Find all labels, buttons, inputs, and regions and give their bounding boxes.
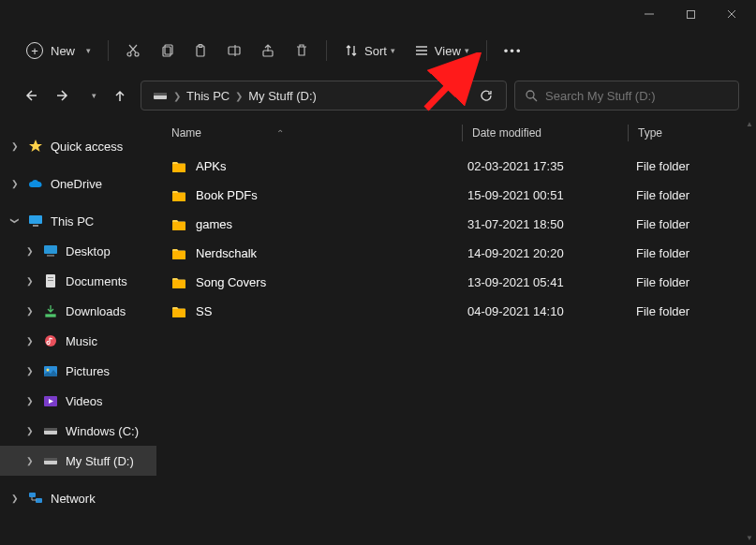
drive-icon bbox=[43, 423, 58, 438]
chevron-right-icon: ❯ bbox=[24, 366, 36, 376]
folder-icon bbox=[171, 189, 186, 202]
rename-button[interactable] bbox=[217, 34, 251, 67]
sidebar-item-pictures[interactable]: ❯ Pictures bbox=[0, 356, 156, 386]
sidebar-item-network[interactable]: ❯ Network bbox=[0, 483, 156, 513]
sidebar-item-desktop[interactable]: ❯ Desktop bbox=[0, 236, 156, 266]
sort-icon bbox=[344, 43, 359, 58]
sidebar-item-downloads[interactable]: ❯ Downloads bbox=[0, 296, 156, 326]
sidebar-item-documents[interactable]: ❯ Documents bbox=[0, 266, 156, 296]
column-headers: Name⌃ Date modified Type bbox=[156, 118, 756, 148]
new-button[interactable]: + New ▾ bbox=[17, 34, 100, 67]
svg-point-5 bbox=[135, 52, 139, 56]
svg-point-4 bbox=[127, 52, 131, 56]
drive-icon[interactable] bbox=[149, 88, 171, 103]
up-button[interactable] bbox=[107, 82, 133, 109]
paste-button[interactable] bbox=[184, 34, 217, 67]
table-row[interactable]: APKs02-03-2021 17:35File folder bbox=[156, 152, 756, 181]
sidebar-item-label: Downloads bbox=[66, 304, 126, 318]
svg-rect-12 bbox=[229, 47, 240, 54]
file-date: 04-09-2021 14:10 bbox=[467, 304, 636, 318]
sidebar-item-mystuff-d[interactable]: ❯ My Stuff (D:) bbox=[0, 446, 156, 476]
chevron-right-icon[interactable]: ❯ bbox=[233, 91, 245, 101]
sidebar-item-music[interactable]: ❯ Music bbox=[0, 326, 156, 356]
sidebar-item-onedrive[interactable]: ❯ OneDrive bbox=[0, 169, 156, 199]
desktop-icon bbox=[43, 243, 58, 258]
column-header-name[interactable]: Name⌃ bbox=[171, 126, 462, 140]
table-row[interactable]: SS04-09-2021 14:10File folder bbox=[156, 297, 756, 326]
svg-rect-41 bbox=[36, 498, 42, 503]
main: ❯ Quick access ❯ OneDrive ❯ This PC ❯ De… bbox=[0, 118, 756, 545]
sidebar-item-videos[interactable]: ❯ Videos bbox=[0, 386, 156, 416]
search-box[interactable] bbox=[514, 81, 739, 110]
back-button[interactable] bbox=[17, 82, 43, 109]
chevron-right-icon: ❯ bbox=[24, 396, 36, 405]
file-date: 31-07-2021 18:50 bbox=[467, 217, 636, 231]
sort-label: Sort bbox=[364, 44, 387, 58]
scroll-up-icon[interactable]: ▲ bbox=[745, 120, 754, 129]
svg-rect-1 bbox=[687, 10, 694, 18]
chevron-right-icon: ❯ bbox=[24, 336, 36, 346]
file-list: APKs02-03-2021 17:35File folderBook PDFs… bbox=[156, 148, 756, 326]
sidebar-item-label: Desktop bbox=[66, 244, 111, 258]
table-row[interactable]: Nerdschalk14-09-2021 20:20File folder bbox=[156, 239, 756, 268]
sort-indicator-icon: ⌃ bbox=[276, 128, 284, 139]
svg-rect-25 bbox=[44, 245, 57, 254]
address-bar[interactable]: ❯ This PC ❯ My Stuff (D:) ▾ bbox=[141, 81, 507, 110]
sidebar-item-label: Network bbox=[51, 492, 96, 506]
sidebar-item-label: Documents bbox=[66, 274, 127, 288]
share-button[interactable] bbox=[251, 34, 285, 67]
svg-rect-30 bbox=[46, 315, 55, 317]
file-date: 15-09-2021 00:51 bbox=[467, 188, 636, 202]
svg-line-21 bbox=[533, 97, 537, 101]
cut-button[interactable] bbox=[116, 34, 150, 67]
minimize-button[interactable] bbox=[629, 0, 670, 28]
ellipsis-icon: ••• bbox=[504, 44, 523, 58]
sort-button[interactable]: Sort ▾ bbox=[334, 34, 405, 67]
column-header-type[interactable]: Type bbox=[629, 126, 662, 140]
svg-point-31 bbox=[45, 335, 56, 346]
svg-marker-22 bbox=[29, 140, 42, 152]
svg-line-6 bbox=[130, 45, 137, 52]
search-icon bbox=[525, 89, 538, 102]
file-date: 14-09-2021 20:20 bbox=[467, 246, 636, 260]
svg-rect-37 bbox=[44, 428, 57, 431]
maximize-button[interactable] bbox=[670, 0, 711, 28]
scrollbar[interactable]: ▲ ▼ bbox=[743, 118, 756, 545]
file-type: File folder bbox=[636, 304, 689, 318]
search-input[interactable] bbox=[545, 89, 729, 103]
sidebar-item-label: Videos bbox=[66, 394, 103, 408]
plus-icon: + bbox=[26, 42, 43, 59]
breadcrumb-current[interactable]: My Stuff (D:) bbox=[245, 87, 320, 105]
delete-button[interactable] bbox=[285, 34, 319, 67]
folder-icon bbox=[171, 276, 186, 289]
navbar: ▾ ❯ This PC ❯ My Stuff (D:) ▾ bbox=[0, 73, 756, 118]
music-icon bbox=[43, 333, 58, 348]
sidebar-item-windows-c[interactable]: ❯ Windows (C:) bbox=[0, 416, 156, 446]
sidebar-item-label: This PC bbox=[51, 214, 94, 228]
column-header-date[interactable]: Date modified bbox=[463, 126, 628, 140]
chevron-down-icon: ▾ bbox=[465, 46, 469, 55]
sidebar-item-quick-access[interactable]: ❯ Quick access bbox=[0, 131, 156, 161]
file-name: Song Covers bbox=[196, 275, 266, 289]
table-row[interactable]: games31-07-2021 18:50File folder bbox=[156, 210, 756, 239]
drive-icon bbox=[43, 453, 58, 468]
refresh-button[interactable] bbox=[474, 83, 498, 108]
chevron-right-icon: ❯ bbox=[24, 426, 36, 435]
file-name: SS bbox=[196, 304, 212, 318]
view-button[interactable]: View ▾ bbox=[405, 34, 479, 67]
scroll-down-icon[interactable]: ▼ bbox=[745, 534, 754, 543]
close-button[interactable] bbox=[711, 0, 752, 28]
sidebar-item-thispc[interactable]: ❯ This PC bbox=[0, 206, 156, 236]
copy-button[interactable] bbox=[150, 34, 184, 67]
chevron-right-icon[interactable]: ❯ bbox=[171, 91, 183, 101]
forward-button[interactable] bbox=[51, 82, 77, 109]
svg-rect-23 bbox=[29, 215, 42, 224]
recent-dropdown[interactable]: ▾ bbox=[84, 82, 99, 109]
address-dropdown[interactable]: ▾ bbox=[448, 83, 472, 108]
breadcrumb-root[interactable]: This PC bbox=[183, 87, 233, 105]
file-type: File folder bbox=[636, 217, 689, 231]
table-row[interactable]: Book PDFs15-09-2021 00:51File folder bbox=[156, 181, 756, 210]
downloads-icon bbox=[43, 303, 58, 318]
table-row[interactable]: Song Covers13-09-2021 05:41File folder bbox=[156, 268, 756, 297]
more-button[interactable]: ••• bbox=[495, 34, 532, 67]
